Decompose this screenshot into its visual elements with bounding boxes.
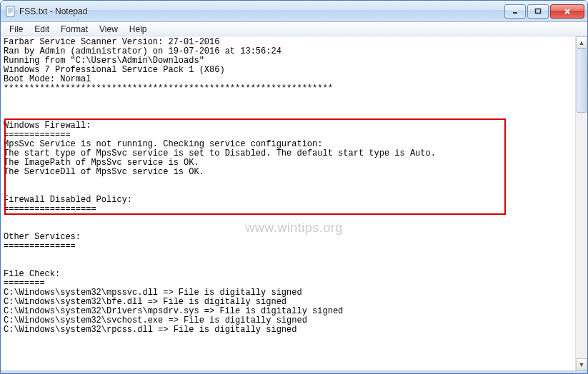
vertical-scrollbar[interactable]: ▲ ▼ [575, 36, 587, 370]
notepad-window: FSS.txt - Notepad File Edit Format View … [0, 0, 588, 374]
close-button[interactable] [550, 4, 584, 19]
menubar: File Edit Format View Help [1, 22, 587, 36]
menu-edit[interactable]: Edit [29, 23, 55, 36]
content-area: Farbar Service Scanner Version: 27-01-20… [1, 36, 587, 370]
scroll-up-arrow-icon[interactable]: ▲ [576, 36, 587, 49]
scroll-down-arrow-icon[interactable]: ▼ [576, 358, 587, 370]
svg-line-7 [565, 9, 569, 14]
menu-file[interactable]: File [4, 23, 29, 36]
menu-format[interactable]: Format [55, 23, 94, 36]
titlebar[interactable]: FSS.txt - Notepad [1, 1, 587, 22]
menu-view[interactable]: View [94, 23, 124, 36]
minimize-button[interactable] [504, 4, 526, 19]
svg-line-8 [565, 9, 569, 14]
scroll-track[interactable] [576, 49, 587, 358]
text-editor[interactable]: Farbar Service Scanner Version: 27-01-20… [1, 36, 575, 370]
window-title: FSS.txt - Notepad [19, 6, 504, 16]
menu-help[interactable]: Help [124, 23, 153, 36]
notepad-icon [5, 6, 16, 17]
svg-rect-6 [536, 9, 541, 13]
window-bottom-border [1, 370, 587, 373]
window-controls [504, 4, 584, 19]
maximize-button[interactable] [527, 4, 549, 19]
scroll-thumb[interactable] [577, 49, 587, 113]
